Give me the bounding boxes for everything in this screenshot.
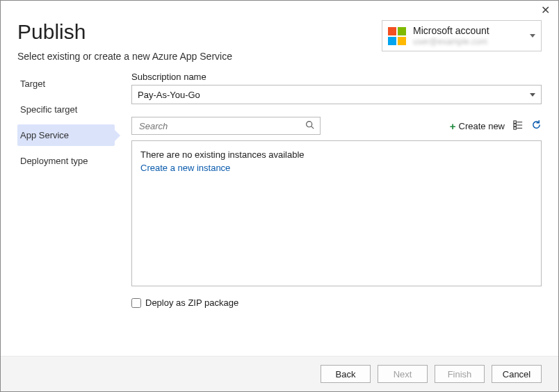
page-subtitle: Select existing or create a new Azure Ap… (17, 51, 232, 62)
empty-instances-text: There are no existing instances availabl… (140, 149, 533, 160)
plus-icon: + (450, 120, 456, 132)
search-icon (305, 120, 314, 131)
create-new-label: Create new (459, 121, 505, 131)
account-dropdown[interactable]: Microsoft account user@example.com (382, 20, 542, 51)
refresh-icon[interactable] (531, 120, 542, 132)
create-instance-link[interactable]: Create a new instance (140, 163, 533, 173)
subscription-label: Subscription name (131, 72, 542, 82)
page-title: Publish (17, 20, 232, 44)
next-button[interactable]: Next (378, 365, 428, 383)
deploy-zip-row[interactable]: Deploy as ZIP package (131, 297, 542, 308)
account-name: Microsoft account (413, 25, 524, 37)
search-input-container[interactable] (131, 117, 321, 135)
finish-button[interactable]: Finish (435, 365, 485, 383)
step-target[interactable]: Target (17, 73, 115, 95)
account-email: user@example.com (413, 37, 524, 47)
step-specific-target[interactable]: Specific target (17, 99, 115, 120)
back-button[interactable]: Back (321, 365, 371, 383)
svg-point-0 (307, 122, 312, 127)
step-app-service[interactable]: App Service (17, 124, 115, 146)
svg-line-1 (311, 126, 314, 129)
svg-rect-2 (514, 120, 517, 123)
subscription-dropdown[interactable]: Pay-As-You-Go (131, 85, 542, 104)
instances-list: There are no existing instances availabl… (131, 140, 542, 286)
search-input[interactable] (138, 120, 305, 132)
microsoft-logo-icon (388, 27, 406, 45)
svg-rect-4 (514, 126, 517, 129)
chevron-down-icon (530, 34, 535, 38)
steps-nav: Target Specific target App Service Deplo… (17, 72, 115, 308)
tree-view-icon[interactable] (513, 120, 523, 132)
close-icon[interactable]: ✕ (541, 5, 550, 16)
subscription-value: Pay-As-You-Go (138, 90, 200, 100)
svg-rect-3 (514, 124, 517, 126)
footer-bar: Back Next Finish Cancel (1, 356, 558, 391)
step-deployment-type[interactable]: Deployment type (17, 150, 115, 172)
deploy-zip-label: Deploy as ZIP package (145, 297, 238, 308)
create-new-button[interactable]: + Create new (450, 120, 505, 132)
cancel-button[interactable]: Cancel (492, 365, 542, 383)
deploy-zip-checkbox[interactable] (131, 298, 141, 308)
chevron-down-icon (530, 93, 535, 97)
